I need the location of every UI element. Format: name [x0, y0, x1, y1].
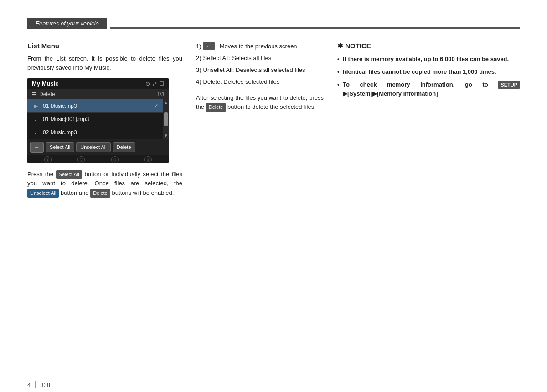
music-icon: ♪ — [32, 116, 39, 122]
item-text-2: Sellect All: Selects all files — [203, 54, 272, 63]
num-4: ④ — [144, 156, 152, 163]
num-1: ① — [44, 156, 52, 163]
notice-title: ✱ NOTICE — [337, 42, 520, 50]
list-item-4: 4) Delete: Deletes selected files — [196, 77, 324, 87]
notice-item-3: To check memory information, go to SETUP… — [337, 80, 520, 98]
ui-numbering: ① ② ③ ④ — [27, 155, 169, 163]
unselect-all-button[interactable]: Unselect All — [76, 142, 110, 152]
transfer-icon: ⇄ — [152, 81, 157, 87]
notice-box: ✱ NOTICE If there is memory available, u… — [337, 42, 520, 99]
item-text-2: 01 Music[001].mp3 — [43, 116, 159, 122]
instruction-text: Press the Select All button or individua… — [27, 170, 182, 197]
scrollbar: ▲ ▼ — [163, 99, 169, 139]
setup-badge: SETUP — [498, 81, 520, 89]
notice-item-1: If there is memory available, up to 6,00… — [337, 55, 520, 64]
ui-title-text: My Music — [32, 80, 59, 87]
delete-button[interactable]: Delete — [113, 142, 135, 152]
list-item: ♪ 01 Music[001].mp3 — [27, 113, 163, 126]
scroll-down-icon: ▼ — [164, 133, 168, 138]
delete-inline-btn: Delete — [90, 189, 110, 198]
footer-chapter: 4 — [27, 382, 31, 388]
check-icon: ✓ — [154, 102, 159, 109]
back-button[interactable]: ← — [30, 142, 44, 153]
footer-page: 338 — [40, 382, 50, 388]
ui-title-bar: My Music ⊙ ⇄ ☐ — [27, 78, 169, 89]
header-title: Features of your vehicle — [27, 18, 107, 29]
list-item: ▶ 01 Music.mp3 ✓ — [27, 99, 163, 113]
unselect-all-inline-btn: Unselect All — [27, 189, 59, 198]
middle-column: 1) ← : Moves to the previous screen 2) S… — [182, 42, 324, 198]
item-num-1: 1) — [196, 42, 201, 51]
list-item-1: 1) ← : Moves to the previous screen — [196, 42, 324, 51]
notice-list: If there is memory available, up to 6,00… — [337, 55, 520, 99]
select-all-button[interactable]: Select All — [46, 142, 74, 152]
list-item-2: 2) Sellect All: Selects all files — [196, 54, 324, 63]
settings-icon: ⊙ — [145, 81, 150, 87]
intro-text: From the List screen, it is possible to … — [27, 54, 182, 72]
header-line — [110, 27, 520, 29]
left-column: List Menu From the List screen, it is po… — [27, 42, 182, 198]
antenna-icon: ☐ — [159, 81, 164, 87]
num-2: ② — [77, 156, 85, 163]
after-text: After selecting the files you want to de… — [196, 93, 324, 112]
ui-list-items: ▶ 01 Music.mp3 ✓ ♪ 01 Music[001].mp3 ♪ 0… — [27, 99, 163, 139]
item-num-4: 4) — [196, 77, 201, 87]
select-all-inline-btn: Select All — [56, 170, 82, 179]
item-num-2: 2) — [196, 54, 201, 63]
ui-mockup: My Music ⊙ ⇄ ☐ ☰ Delete 1/3 ▶ 01 Music.m — [27, 78, 169, 163]
item-text-3: Unsellet All: Deselects all selected fil… — [203, 66, 305, 75]
scroll-up-icon: ▲ — [164, 101, 168, 105]
ui-menu-bar: ☰ Delete 1/3 — [27, 89, 169, 99]
right-column: ✱ NOTICE If there is memory available, u… — [324, 42, 520, 198]
list-item-3: 3) Unsellet All: Deselects all selected … — [196, 66, 324, 75]
ui-list-row: ▶ 01 Music.mp3 ✓ ♪ 01 Music[001].mp3 ♪ 0… — [27, 99, 169, 139]
item-text-1: : Moves to the previous screen — [217, 42, 297, 51]
notice-item-2: Identical files cannot be copied more th… — [337, 67, 520, 76]
page-num: 1/3 — [157, 92, 164, 97]
footer-divider — [35, 381, 36, 388]
notice-asterisk: ✱ — [337, 42, 343, 50]
list-icon: ☰ — [32, 92, 36, 97]
item-text-3: 02 Music.mp3 — [43, 129, 159, 136]
music-icon: ♪ — [32, 129, 39, 136]
item-num-3: 3) — [196, 66, 201, 75]
numbered-list: 1) ← : Moves to the previous screen 2) S… — [196, 42, 324, 87]
num-3: ③ — [111, 156, 119, 163]
delete-inline-after-btn: Delete — [206, 103, 226, 112]
list-item: ♪ 02 Music.mp3 — [27, 126, 163, 139]
main-content: List Menu From the List screen, it is po… — [27, 42, 520, 198]
header-bar: Features of your vehicle — [27, 18, 520, 29]
footer: 4 338 — [0, 377, 547, 392]
menu-label: Delete — [39, 91, 157, 97]
ui-bottom-bar: ← Select All Unselect All Delete — [27, 139, 169, 155]
play-icon: ▶ — [32, 103, 39, 109]
scroll-thumb — [164, 112, 168, 126]
list-menu-title: List Menu — [27, 42, 182, 50]
item-text-4: Delete: Deletes selected files — [203, 77, 280, 87]
back-icon-inline: ← — [203, 42, 215, 50]
ui-icons: ⊙ ⇄ ☐ — [145, 81, 164, 87]
item-text-1: 01 Music.mp3 — [43, 103, 154, 109]
header-title-text: Features of your vehicle — [36, 20, 99, 27]
